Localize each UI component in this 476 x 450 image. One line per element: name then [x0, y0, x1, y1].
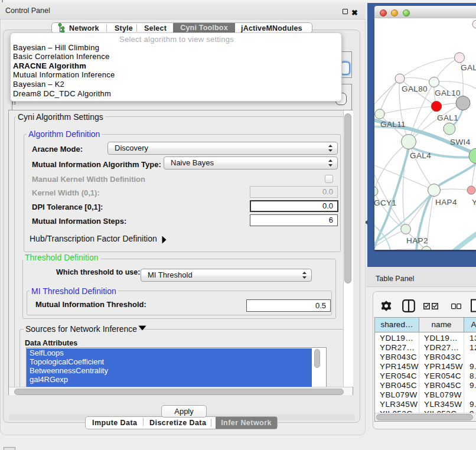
svg-text:YEL1: YEL1: [472, 198, 476, 207]
svg-text:HAP4: HAP4: [435, 198, 457, 207]
svg-text:GAL4: GAL4: [410, 151, 431, 160]
svg-text:GAL1: GAL1: [437, 113, 458, 122]
svg-text:GAL7: GAL7: [461, 63, 476, 72]
svg-text:GAL11: GAL11: [380, 120, 406, 129]
svg-text:SWI4: SWI4: [450, 138, 471, 146]
svg-text:GAL80: GAL80: [402, 84, 428, 93]
svg-text:GCY1: GCY1: [374, 198, 396, 207]
svg-text:GAL10: GAL10: [435, 89, 461, 97]
svg-text:HAP2: HAP2: [406, 236, 428, 245]
